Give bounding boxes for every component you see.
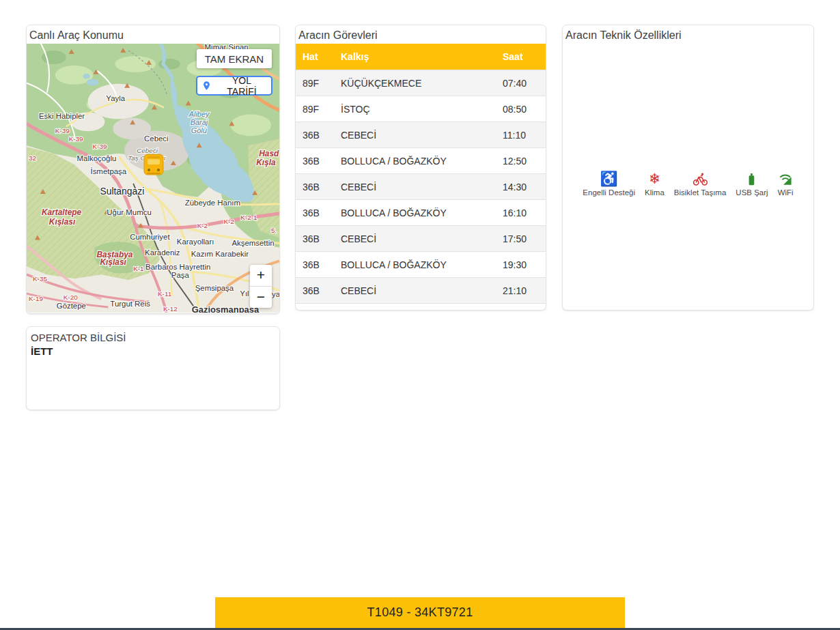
- technical-features-card: Aracın Teknik Özellikleri ♿Engelli Deste…: [562, 25, 814, 311]
- map-label: K-20: [64, 293, 78, 301]
- table-row: 36BBOLLUCA / BOĞAZKÖY16:10: [296, 200, 546, 226]
- cell-hat: 36B: [296, 122, 341, 148]
- cell-kalkis: CEBECİ: [341, 226, 503, 252]
- cell-saat: 14:30: [503, 174, 546, 200]
- map-label: Şemsipaşa: [195, 284, 234, 292]
- zoom-in-button[interactable]: +: [250, 265, 272, 286]
- tasks-table: Hat Kalkış Saat 89FKÜÇÜKÇEKMECE07:4089Fİ…: [296, 44, 546, 303]
- cell-hat: 36B: [296, 174, 341, 200]
- vehicle-tasks-card: Aracın Görevleri Hat Kalkış Saat 89FKÜÇÜ…: [295, 25, 546, 311]
- map-label: Kışlası: [49, 217, 76, 227]
- map-label: Alibey: [188, 110, 210, 118]
- snowflake-icon: ❄: [649, 169, 661, 187]
- map-label: Uğur Mumcu: [107, 208, 151, 216]
- cell-kalkis: BOLLUCA / BOĞAZKÖY: [341, 252, 503, 278]
- map-label: Karadeniz: [145, 248, 180, 257]
- table-row: 36BCEBECİ17:50: [296, 226, 546, 252]
- map-label: Akşemsettin: [232, 239, 274, 247]
- cell-hat: 36B: [296, 148, 341, 174]
- map-zoom-control: + −: [250, 265, 272, 308]
- map-label: Kartaltepe: [42, 207, 82, 217]
- map-label: Sultangazi: [100, 186, 144, 197]
- directions-button[interactable]: YOL TARİFİ: [196, 76, 272, 96]
- fullscreen-button[interactable]: TAM EKRAN: [197, 49, 272, 68]
- table-row: 36BCEBECİ21:10: [296, 278, 546, 304]
- feature-label: USB Şarj: [736, 188, 768, 197]
- map-label: Baraj: [191, 118, 208, 126]
- operator-name: İETT: [27, 343, 279, 359]
- features-card-title: Aracın Teknik Özellikleri: [563, 25, 813, 44]
- map-label: Barbaros Hayrettin: [145, 263, 210, 271]
- map-label: Yayla: [106, 94, 125, 102]
- map-label: K-2: [197, 222, 208, 229]
- map-label: Zübeyde Hanım: [185, 199, 240, 207]
- cell-hat: 36B: [296, 278, 341, 304]
- map-label: Kışla: [256, 158, 276, 167]
- cell-saat: 17:50: [503, 226, 546, 252]
- map-label: Turgut Reis: [110, 300, 150, 308]
- map-label: K-39: [55, 127, 70, 134]
- table-row: 36BBOLLUCA / BOĞAZKÖY19:30: [296, 252, 546, 278]
- map-label: K-19: [29, 295, 43, 302]
- feature-label: Bisiklet Taşıma: [674, 188, 726, 197]
- feature-item: ❄Klima: [645, 169, 664, 197]
- bus-marker[interactable]: [144, 154, 163, 175]
- table-row: 89FİSTOÇ08:50: [296, 96, 546, 122]
- cell-saat: 16:10: [503, 200, 546, 226]
- feature-label: WiFi: [778, 188, 794, 197]
- map-label: K-1: [133, 265, 144, 272]
- table-row: 89FKÜÇÜKÇEKMECE07:40: [296, 70, 546, 96]
- operator-info-card: OPERATOR BİLGİSİ İETT: [26, 326, 280, 410]
- cell-kalkis: CEBECİ: [341, 278, 503, 304]
- cell-saat: 11:10: [503, 122, 546, 148]
- map-label: Malkoçoğlu: [77, 154, 117, 162]
- map-label: ya: [272, 290, 279, 298]
- map-label: K-39: [92, 143, 107, 150]
- tasks-table-footer: [296, 303, 546, 317]
- map-label: Cebeci: [144, 134, 169, 143]
- cell-kalkis: BOLLUCA / BOĞAZKÖY: [341, 148, 503, 174]
- tasks-card-title: Aracın Görevleri: [296, 25, 546, 44]
- cell-kalkis: KÜÇÜKÇEKMECE: [341, 70, 503, 96]
- map-label: K-35: [33, 275, 47, 283]
- map-label: İsmetpaşa: [90, 167, 126, 175]
- cell-hat: 36B: [296, 252, 341, 278]
- battery-icon: [744, 169, 759, 187]
- map-card-title: Canlı Araç Konumu: [27, 25, 279, 44]
- map-label: K-2-1: [240, 214, 257, 221]
- map-label: K-39: [69, 135, 83, 143]
- cell-saat: 12:50: [503, 148, 546, 174]
- cell-kalkis: BOLLUCA / BOĞAZKÖY: [341, 200, 503, 226]
- tasks-table-header: Hat Kalkış Saat: [296, 44, 546, 70]
- map-label: Eski Habipler: [39, 112, 85, 120]
- cell-hat: 36B: [296, 226, 341, 252]
- map-label: Paşa: [171, 271, 190, 279]
- map-label: Gölü: [191, 126, 207, 134]
- map-label: Yıl: [240, 289, 249, 298]
- feature-label: Engelli Desteği: [583, 188, 635, 197]
- map-label: K-11: [158, 290, 172, 298]
- map-label: K-12: [163, 305, 178, 313]
- feature-item: WiFi: [778, 169, 794, 197]
- tasks-table-body: 89FKÜÇÜKÇEKMECE07:4089FİSTOÇ08:5036BCEBE…: [296, 70, 546, 304]
- feature-item: Bisiklet Taşıma: [674, 169, 726, 197]
- feature-item: ♿Engelli Desteği: [583, 169, 635, 197]
- map-label: Karayolları: [177, 238, 214, 246]
- cell-kalkis: CEBECİ: [341, 122, 503, 148]
- cell-saat: 19:30: [503, 252, 546, 278]
- cell-hat: 89F: [296, 96, 341, 122]
- wheelchair-icon: ♿: [600, 169, 618, 187]
- zoom-out-button[interactable]: −: [250, 286, 272, 308]
- table-row: 36BCEBECİ11:10: [296, 122, 546, 148]
- cell-hat: 89F: [296, 70, 341, 96]
- column-header-kalkis: Kalkış: [341, 44, 503, 70]
- map-label: Gaziosmanpaşa: [192, 304, 260, 313]
- map-label: Kışlası: [100, 257, 126, 267]
- feature-item: USB Şarj: [736, 169, 768, 197]
- vehicle-id-label: T1049 - 34KT9721: [367, 605, 473, 620]
- map-canvas[interactable]: Mimar SinanYaylaEski HabiplerCebeciCebec…: [27, 44, 279, 313]
- map-label: Göztepe: [57, 302, 86, 310]
- cell-saat: 08:50: [503, 96, 546, 122]
- table-row: 36BBOLLUCA / BOĞAZKÖY12:50: [296, 148, 546, 174]
- map-label: Hasd: [259, 149, 279, 158]
